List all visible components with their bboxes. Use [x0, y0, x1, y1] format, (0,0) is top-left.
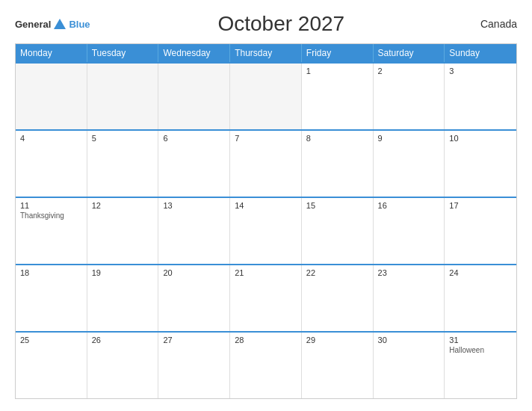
- calendar-cell-w3-d1: 11Thanksgiving: [16, 198, 87, 264]
- calendar-cell-w1-d3: [158, 64, 230, 129]
- calendar-cell-w5-d1: 25: [16, 333, 87, 398]
- day-number: 10: [449, 134, 512, 143]
- calendar-header: Monday Tuesday Wednesday Thursday Friday…: [16, 44, 516, 62]
- day-number: 2: [378, 67, 440, 75]
- calendar-cell-w5-d7: 31Halloween: [445, 333, 516, 398]
- day-number: 14: [235, 201, 297, 210]
- calendar-week-5: 25262728293031Halloween: [16, 331, 516, 398]
- calendar-body: 1234567891011Thanksgiving121314151617181…: [16, 62, 516, 398]
- calendar-cell-w1-d7: 3: [445, 64, 516, 129]
- day-number: 8: [306, 134, 368, 143]
- calendar-cell-w2-d3: 6: [158, 131, 230, 197]
- calendar-cell-w3-d6: 16: [374, 198, 445, 264]
- calendar-cell-w4-d2: 19: [87, 265, 159, 331]
- calendar-cell-w2-d6: 9: [374, 131, 445, 197]
- calendar-cell-w3-d2: 12: [87, 198, 159, 264]
- calendar-week-3: 11Thanksgiving121314151617: [16, 197, 516, 264]
- day-number: 20: [163, 268, 225, 277]
- svg-marker-0: [54, 19, 66, 29]
- event-label: Thanksgiving: [20, 211, 82, 220]
- calendar-cell-w1-d1: [16, 64, 87, 129]
- calendar-title: October 2027: [90, 12, 472, 36]
- calendar-cell-w4-d4: 21: [230, 265, 302, 331]
- day-number: 13: [163, 201, 225, 210]
- calendar-cell-w1-d4: [230, 64, 302, 129]
- logo: General Blue: [15, 17, 90, 31]
- day-number: 27: [163, 336, 225, 344]
- event-label: Halloween: [449, 346, 512, 354]
- calendar-cell-w4-d7: 24: [445, 265, 516, 331]
- calendar-cell-w2-d1: 4: [16, 131, 87, 197]
- day-number: 25: [20, 336, 82, 344]
- calendar-week-4: 18192021222324: [16, 264, 516, 331]
- day-number: 21: [235, 268, 297, 277]
- logo-general-text: General: [15, 19, 51, 30]
- day-number: 16: [378, 201, 440, 210]
- day-number: 26: [92, 336, 154, 344]
- calendar-cell-w2-d2: 5: [87, 131, 159, 197]
- day-number: 23: [378, 268, 440, 277]
- calendar-week-1: 123: [16, 62, 516, 129]
- calendar-page: General Blue October 2027 Canada Monday …: [0, 0, 532, 411]
- calendar-cell-w5-d4: 28: [230, 333, 302, 398]
- day-number: 11: [20, 201, 82, 210]
- calendar-cell-w3-d4: 14: [230, 198, 302, 264]
- day-number: 22: [306, 268, 368, 277]
- day-number: 19: [92, 268, 154, 277]
- header-friday: Friday: [302, 44, 374, 62]
- calendar-cell-w2-d5: 8: [302, 131, 374, 197]
- calendar-cell-w2-d7: 10: [445, 131, 516, 197]
- day-number: 31: [449, 336, 512, 344]
- logo-triangle-icon: [53, 17, 66, 31]
- calendar-cell-w3-d7: 17: [445, 198, 516, 264]
- calendar-cell-w1-d2: [87, 64, 159, 129]
- day-number: 1: [306, 67, 368, 75]
- day-number: 5: [92, 134, 154, 143]
- calendar-cell-w1-d5: 1: [302, 64, 374, 129]
- day-number: 7: [235, 134, 297, 143]
- day-number: 18: [20, 268, 82, 277]
- day-number: 9: [378, 134, 440, 143]
- header-tuesday: Tuesday: [87, 44, 159, 62]
- calendar-cell-w3-d3: 13: [158, 198, 230, 264]
- day-number: 24: [449, 268, 512, 277]
- calendar-cell-w5-d5: 29: [302, 333, 374, 398]
- calendar-grid: Monday Tuesday Wednesday Thursday Friday…: [15, 43, 517, 399]
- calendar-cell-w4-d3: 20: [158, 265, 230, 331]
- country-label: Canada: [472, 18, 517, 30]
- calendar-cell-w5-d6: 30: [374, 333, 445, 398]
- calendar-cell-w1-d6: 2: [374, 64, 445, 129]
- calendar-cell-w4-d6: 23: [374, 265, 445, 331]
- day-number: 28: [235, 336, 297, 344]
- calendar-cell-w2-d4: 7: [230, 131, 302, 197]
- day-number: 4: [20, 134, 82, 143]
- header-saturday: Saturday: [374, 44, 445, 62]
- day-number: 30: [378, 336, 440, 344]
- calendar-cell-w5-d2: 26: [87, 333, 159, 398]
- header: General Blue October 2027 Canada: [15, 12, 517, 36]
- day-number: 17: [449, 201, 512, 210]
- header-wednesday: Wednesday: [158, 44, 230, 62]
- header-thursday: Thursday: [230, 44, 302, 62]
- day-number: 29: [306, 336, 368, 344]
- logo-blue-text: Blue: [69, 19, 90, 30]
- calendar-cell-w4-d1: 18: [16, 265, 87, 331]
- day-number: 6: [163, 134, 225, 143]
- calendar-cell-w3-d5: 15: [302, 198, 374, 264]
- day-number: 15: [306, 201, 368, 210]
- day-number: 3: [449, 67, 512, 75]
- calendar-week-2: 45678910: [16, 129, 516, 197]
- header-monday: Monday: [16, 44, 87, 62]
- header-sunday: Sunday: [445, 44, 516, 62]
- calendar-cell-w4-d5: 22: [302, 265, 374, 331]
- calendar-cell-w5-d3: 27: [158, 333, 230, 398]
- day-number: 12: [92, 201, 154, 210]
